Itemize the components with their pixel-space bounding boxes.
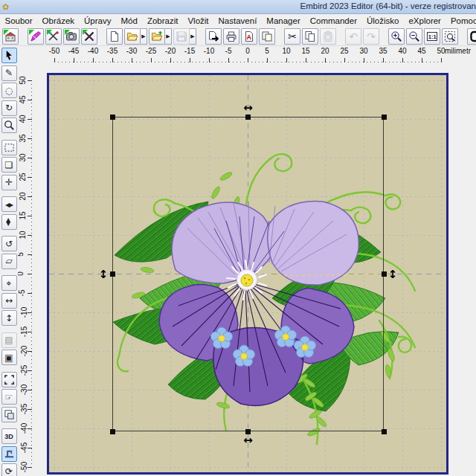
resize-tool[interactable]: ❏ [1,157,17,173]
hoop-button[interactable] [467,28,476,45]
mirrorh-icon: ◂▸ [5,200,13,209]
menu-item-pomocn-k[interactable]: Pomocník [446,16,476,26]
zoom-in-button[interactable] [388,28,405,45]
zoom-selection-button[interactable] [442,28,458,45]
print-button[interactable] [223,28,239,45]
h-ruler-label: 30 [359,47,367,55]
open-add-button[interactable] [149,28,165,45]
h-ruler-tick [306,58,306,62]
resize-horizontal-icon[interactable]: ↔ [243,435,253,446]
embroidery-design[interactable] [49,75,446,472]
h-ruler-tick [286,58,287,62]
h-ruler-label: 15 [301,47,309,55]
tool-column: ✎◌↻❏✛◂▸◂▸↺▱⌖↔↕▤▣☞3D⟳ [0,46,18,476]
move-tool[interactable]: ✛ [1,175,17,190]
selection-handle[interactable] [382,429,387,434]
rect-select-tool[interactable] [1,140,17,155]
mirror-vertical-tool[interactable]: ◂▸ [1,214,17,230]
h-ruler-label: 45 [417,47,425,55]
save-button[interactable] [173,28,190,45]
embird-logo-icon: ✿ [2,3,9,11]
v-ruler-label: 0 [18,271,25,276]
green-corner-mark [47,30,52,35]
menu-item-manager[interactable]: Manager [262,16,305,26]
menu-item-soubor[interactable]: Soubor [0,16,37,26]
select-corners-tool[interactable] [1,372,17,387]
manager-button[interactable] [2,28,19,45]
new-button[interactable] [106,28,123,45]
font-engine-button[interactable] [81,28,97,45]
redo-icon: ↷ [367,31,376,42]
separate-tool[interactable]: ▤ [1,332,17,348]
selection-handle[interactable] [245,115,251,120]
selection-handle[interactable] [110,271,115,277]
menu-item-vlo-it[interactable]: Vložit [183,16,213,26]
selection-handle[interactable] [382,271,387,277]
dashrect-icon [4,142,15,153]
mirror-horizontal-tool[interactable]: ◂▸ [1,196,17,212]
stitch-simulator-tool[interactable] [1,446,17,462]
lasso-tool[interactable]: ◌ [1,83,17,98]
menu-item--pravy[interactable]: Úpravy [80,16,116,26]
v-ruler-label: 40 [19,115,27,123]
copy-button[interactable] [302,28,318,45]
edit-nodes-tool[interactable]: ✎ [1,65,17,81]
h-ruler-tick [54,58,55,62]
h-ruler-label: -15 [184,47,195,55]
selarrow-icon [4,50,15,61]
zoom-1-1-button[interactable]: 1:1 [424,28,440,45]
zoom-tool[interactable] [1,118,17,133]
open-button-dropdown[interactable]: ▶ [141,28,147,45]
resize-horizontal-icon[interactable]: ↔ [243,103,253,113]
save-button-dropdown[interactable]: ▶ [190,28,196,45]
rotate-left-tool[interactable]: ↺ [1,236,17,251]
copy-image-button[interactable] [259,28,275,45]
one2one-icon: 1:1 [426,30,438,42]
resize-vertical-icon[interactable]: ↕ [99,269,109,280]
editor-button[interactable] [28,28,44,45]
v-ruler-tick [28,274,32,274]
rotate-tool[interactable]: ↻ [1,100,17,116]
undo-button[interactable]: ↶ [345,28,361,45]
h-ruler-label: 10 [282,47,290,55]
view-3d-tool[interactable]: 3D [1,428,17,444]
select-tool[interactable] [1,48,17,63]
menu-item-obr-zek[interactable]: Obrázek [37,16,79,26]
menu-item-zobrazit[interactable]: Zobrazit [142,16,183,26]
design-canvas[interactable]: ↔↔↕↕ [47,73,448,475]
open-button[interactable] [124,28,141,45]
green-corner-mark [83,30,88,35]
digitizer-button[interactable] [63,28,80,45]
h-ruler-label: 5 [265,47,269,55]
selection-handle[interactable] [382,115,387,120]
small-window-tool[interactable] [1,407,17,422]
studio-button[interactable] [45,28,62,45]
h-ruler-label: -5 [225,47,232,55]
selection-handle[interactable] [110,115,115,120]
open-add-button-dropdown[interactable]: ▶ [165,28,172,45]
v-ruler-tick [28,370,32,371]
order-tool[interactable]: ▣ [1,350,17,365]
skew-tool[interactable]: ▱ [1,254,17,269]
redraw-tool[interactable]: ⟳ [1,463,17,476]
h-ruler-label: 40 [398,47,406,55]
center-horizontal-tool[interactable]: ↔ [1,293,17,309]
menu-item-explorer[interactable]: eXplorer [404,16,446,26]
pointer-options-tool[interactable]: ☞ [1,389,17,405]
center-vertical-tool[interactable]: ↕ [1,310,17,326]
resize-vertical-icon[interactable]: ↕ [388,269,398,280]
zoom-out-button[interactable] [406,28,422,45]
menu-item-nastaven-[interactable]: Nastavení [213,16,262,26]
doc-icon [109,30,120,42]
menu-item-m-d[interactable]: Mód [116,16,142,26]
export-button[interactable] [205,28,222,45]
menu-item-commander[interactable]: Commander [305,16,361,26]
selection-handle[interactable] [110,429,115,434]
cut-button[interactable]: ✂ [284,28,300,45]
h-ruler-label: 35 [379,47,387,55]
menu-item--lo-isko[interactable]: Úložisko [362,16,404,26]
paste-button[interactable] [320,28,336,45]
redo-button[interactable]: ↷ [363,28,379,45]
pdf-button[interactable]: A [241,28,257,45]
center-design-tool[interactable]: ⌖ [1,275,17,291]
